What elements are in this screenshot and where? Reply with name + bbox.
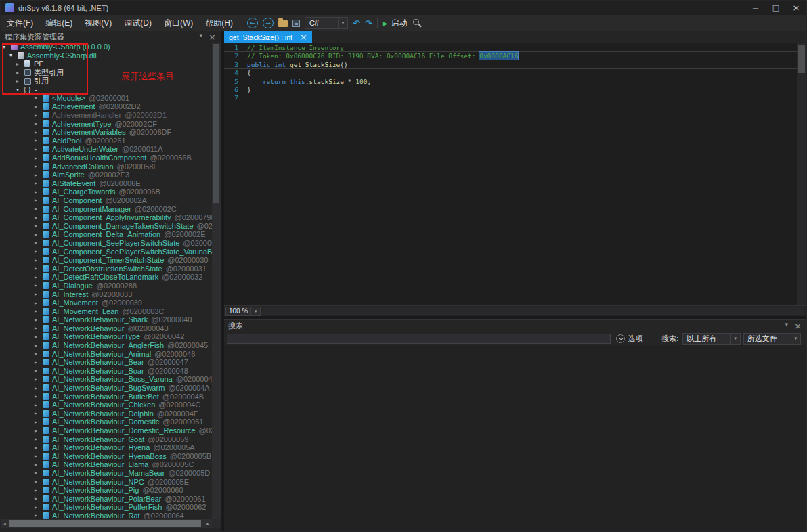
options-label[interactable]: 选项	[628, 334, 642, 344]
save-module-icon[interactable]	[292, 20, 300, 27]
search-input[interactable]	[227, 334, 611, 344]
tree-item-class[interactable]: AI_NetworkBehaviour @02000043	[1, 324, 212, 333]
expand-arrow-icon[interactable]	[35, 308, 42, 314]
open-file-icon[interactable]	[278, 20, 288, 27]
menu-item[interactable]: 文件(F)	[1, 15, 39, 31]
scroll-right-icon[interactable]	[204, 519, 212, 528]
tree-item-class[interactable]: AIStateEvent @0200006E	[1, 179, 212, 188]
tree-item-class[interactable]: <Module> @02000001	[1, 94, 212, 103]
expand-arrow-icon[interactable]	[35, 419, 42, 425]
expand-arrow-icon[interactable]	[35, 512, 42, 518]
expand-arrow-icon[interactable]	[35, 445, 42, 451]
expand-arrow-icon[interactable]	[35, 325, 42, 331]
expand-arrow-icon[interactable]	[35, 462, 42, 468]
search-icon[interactable]	[412, 18, 422, 28]
expand-arrow-icon[interactable]	[35, 453, 42, 459]
expand-arrow-icon[interactable]	[35, 197, 42, 203]
navigate-back-button[interactable]	[247, 18, 258, 28]
language-select[interactable]: C#	[305, 17, 348, 29]
expand-arrow-icon[interactable]	[35, 265, 42, 271]
menu-item[interactable]: 调试(D)	[118, 15, 158, 31]
scrollbar-thumb[interactable]	[9, 520, 201, 527]
tree-item-class[interactable]: AI_NetworkBehaviour_Domestic_Resource @0…	[1, 426, 212, 435]
tree-item-class[interactable]: AI_NetworkBehaviour_Boar @02000048	[1, 367, 212, 376]
tree-item-class[interactable]: AI_NetworkBehaviour_Dolphin @0200004F	[1, 409, 212, 418]
expand-arrow-icon[interactable]	[35, 376, 42, 382]
expand-arrow-icon[interactable]	[35, 146, 42, 152]
minimize-button[interactable]	[745, 1, 766, 15]
tree-item-type-references[interactable]: 类型引用	[1, 68, 212, 77]
tree-item-class[interactable]: AddBonusHealthComponent @0200056B	[1, 154, 212, 162]
navigate-forward-button[interactable]	[263, 18, 274, 28]
tree-item-class[interactable]: AI_DetectRaftCloseToLandmark @02000032	[1, 273, 212, 282]
tree-item-class[interactable]: Achievement @020002D2	[1, 102, 212, 111]
expand-arrow-icon[interactable]	[35, 351, 42, 357]
tree-item-class[interactable]: AdvancedCollision @0200058E	[1, 162, 212, 171]
expand-arrow-icon[interactable]	[35, 248, 42, 254]
expand-arrow-icon[interactable]	[35, 189, 42, 195]
tree-item-class[interactable]: AI_NetworkBehaviour_MamaBear @0200005D	[1, 469, 212, 478]
options-expander-icon[interactable]	[616, 334, 625, 343]
expand-arrow-icon[interactable]	[9, 52, 17, 58]
editor-vertical-scrollbar[interactable]	[797, 43, 806, 305]
tab-close-icon[interactable]	[300, 32, 307, 42]
expand-arrow-icon[interactable]	[35, 155, 42, 161]
tree-item-class[interactable]: AI_DetectObstructionSwitchState @0200003…	[1, 264, 212, 273]
tree-item-class[interactable]: AI_NetworkBehaviour_PufferFish @02000062	[1, 503, 212, 512]
expand-arrow-icon[interactable]	[35, 368, 42, 374]
tree-item-pe[interactable]: PE	[1, 60, 212, 68]
tree-item-class[interactable]: AI_NetworkBehaviour_Rat @02000064	[1, 512, 212, 519]
tree-item-class[interactable]: AI_NetworkBehaviour_Bear @02000047	[1, 358, 212, 367]
tree-item-class[interactable]: AI_NetworkBehaviour_PolarBear @02000061	[1, 494, 212, 503]
tree-item-class[interactable]: AI_NetworkBehaviour_Animal @02000046	[1, 349, 212, 358]
tree-item-class[interactable]: AI_NetworkBehaviourType @02000042	[1, 332, 212, 341]
scroll-left-icon[interactable]	[1, 519, 9, 528]
expand-arrow-icon[interactable]	[35, 104, 42, 110]
tab-get-stacksize[interactable]: get_StackSize() : int	[224, 31, 312, 43]
expand-arrow-icon[interactable]	[35, 385, 42, 391]
expand-arrow-icon[interactable]	[3, 44, 10, 50]
expand-arrow-icon[interactable]	[35, 129, 42, 135]
tree-item-assembly[interactable]: Assembly-CSharp (0.0.0.0)	[1, 43, 212, 51]
tree-item-namespace[interactable]: { } -	[1, 85, 212, 94]
expand-arrow-icon[interactable]	[35, 95, 42, 101]
tree-horizontal-scrollbar[interactable]	[1, 519, 212, 528]
tree-item-class[interactable]: AI_Movement_Lean @0200003C	[1, 307, 212, 315]
expand-arrow-icon[interactable]	[35, 223, 42, 229]
undo-button[interactable]	[353, 18, 360, 28]
tree-item-class[interactable]: AI_NetworkBehaviour_Boss_Varuna @0200004…	[1, 375, 212, 384]
tree-item-class[interactable]: AI_NetworkBehaviour_BugSwarm @0200004A	[1, 384, 212, 393]
search-results-area[interactable]	[224, 345, 806, 531]
menu-item[interactable]: 帮助(H)	[199, 15, 239, 31]
tree-item-class[interactable]: AI_NetworkBehaviour_AnglerFish @02000045	[1, 341, 212, 350]
tree-item-class[interactable]: AI_Interest @02000033	[1, 290, 212, 298]
zoom-select[interactable]: 100 %	[225, 307, 261, 316]
expand-arrow-icon[interactable]	[35, 137, 42, 143]
expand-arrow-icon[interactable]	[35, 163, 42, 169]
expand-arrow-icon[interactable]	[35, 334, 42, 340]
redo-button[interactable]	[365, 18, 372, 28]
chevron-down-icon[interactable]	[785, 321, 789, 331]
tree-item-class[interactable]: AI_Component @0200002A	[1, 196, 212, 205]
tree-item-references[interactable]: 引用	[1, 76, 212, 85]
expand-arrow-icon[interactable]	[35, 120, 42, 127]
close-button[interactable]	[786, 1, 806, 15]
tree-item-class[interactable]: AI_Component_DamageTakenSwitchState @020…	[1, 221, 212, 230]
expand-arrow-icon[interactable]	[35, 342, 42, 349]
expand-arrow-icon[interactable]	[35, 172, 42, 178]
editor-horizontal-scrollbar[interactable]	[263, 307, 804, 315]
expand-arrow-icon[interactable]	[16, 61, 24, 67]
expand-arrow-icon[interactable]	[35, 291, 42, 297]
expand-arrow-icon[interactable]	[35, 317, 42, 323]
tree-item-class[interactable]: AI_NetworkBehaviour_Domestic @02000051	[1, 418, 212, 426]
expand-arrow-icon[interactable]	[35, 180, 42, 186]
code-editor[interactable]: 1// ItemInstance_Inventory2// Token: 0x0…	[224, 43, 806, 305]
expand-arrow-icon[interactable]	[35, 215, 42, 221]
expand-arrow-icon[interactable]	[35, 274, 42, 280]
expand-arrow-icon[interactable]	[16, 87, 24, 93]
expand-arrow-icon[interactable]	[35, 206, 42, 212]
scrollbar-thumb[interactable]	[798, 45, 805, 73]
expand-arrow-icon[interactable]	[35, 282, 42, 288]
search-scope-select[interactable]: 以上所有	[682, 333, 740, 345]
tree-item-class[interactable]: AI_NetworkBehaviour_Llama @0200005C	[1, 460, 212, 469]
